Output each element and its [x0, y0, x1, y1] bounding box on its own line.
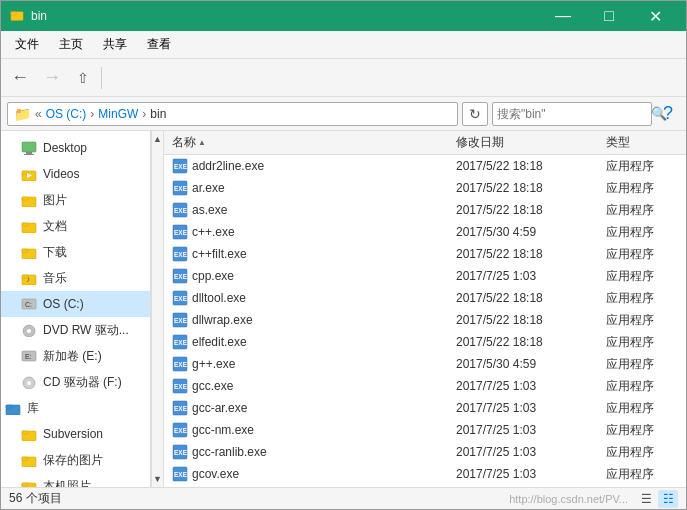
exe-icon: EXE [172, 334, 188, 350]
table-row[interactable]: EXEar.exe2017/5/22 18:18应用程序 [164, 177, 686, 199]
col-header-name[interactable]: 名称 ▲ [168, 134, 452, 151]
table-row[interactable]: EXEcpp.exe2017/7/25 1:03应用程序 [164, 265, 686, 287]
view-tiles-button[interactable]: ☷ [658, 490, 678, 508]
file-cell-date: 2017/5/22 18:18 [452, 291, 602, 305]
file-cell-type: 应用程序 [602, 312, 682, 329]
svg-text:EXE: EXE [174, 163, 188, 170]
cddrive-icon [21, 374, 37, 390]
sidebar-scroll-down[interactable]: ▼ [152, 471, 163, 487]
exe-icon: EXE [172, 290, 188, 306]
close-button[interactable]: ✕ [632, 1, 678, 31]
svg-text:EXE: EXE [174, 185, 188, 192]
breadcrumb[interactable]: 📁 « OS (C:) › MinGW › bin [7, 102, 458, 126]
sidebar-item-savedpics[interactable]: 保存的图片 [1, 447, 150, 473]
table-row[interactable]: EXEc++filt.exe2017/5/22 18:18应用程序 [164, 243, 686, 265]
svg-rect-28 [22, 431, 28, 434]
title-bar-icons [9, 8, 25, 24]
sidebar-item-cameraroll[interactable]: 本机照片 [1, 473, 150, 487]
sidebar-item-documents[interactable]: 文档 [1, 213, 150, 239]
up-button[interactable]: ⇧ [69, 63, 97, 93]
menu-view[interactable]: 查看 [137, 32, 181, 57]
sidebar-label-savedpics: 保存的图片 [43, 452, 103, 469]
file-cell-name: EXEcpp.exe [168, 268, 452, 284]
back-button[interactable]: ← [5, 63, 35, 93]
svg-text:EXE: EXE [174, 207, 188, 214]
sidebar-item-music[interactable]: ♪音乐 [1, 265, 150, 291]
table-row[interactable]: EXEg++.exe2017/5/30 4:59应用程序 [164, 353, 686, 375]
exe-icon: EXE [172, 312, 188, 328]
forward-button[interactable]: → [37, 63, 67, 93]
menu-file[interactable]: 文件 [5, 32, 49, 57]
sidebar: DesktopVideos图片文档下载♪音乐C:OS (C:)DVD RW 驱动… [1, 131, 151, 487]
sidebar-item-subversion[interactable]: Subversion [1, 421, 150, 447]
exe-icon: EXE [172, 224, 188, 240]
sidebar-scroll-up[interactable]: ▲ [152, 131, 163, 147]
breadcrumb-mingw[interactable]: MinGW [98, 107, 138, 121]
sidebar-item-osdrive[interactable]: C:OS (C:) [1, 291, 150, 317]
file-cell-type: 应用程序 [602, 202, 682, 219]
sidebar-item-library[interactable]: 库 [1, 395, 150, 421]
svg-rect-11 [22, 223, 28, 226]
exe-icon: EXE [172, 422, 188, 438]
sidebar-item-desktop[interactable]: Desktop [1, 135, 150, 161]
col-header-type[interactable]: 类型 [602, 134, 682, 151]
table-row[interactable]: EXEgcc-ranlib.exe2017/7/25 1:03应用程序 [164, 441, 686, 463]
svg-rect-13 [22, 249, 28, 252]
file-cell-name: EXEg++.exe [168, 356, 452, 372]
sidebar-scrollbar[interactable]: ▲ ▼ [151, 131, 163, 487]
sidebar-label-downloads: 下载 [43, 244, 67, 261]
table-row[interactable]: EXEgcc-nm.exe2017/7/25 1:03应用程序 [164, 419, 686, 441]
exe-icon: EXE [172, 466, 188, 482]
svg-text:EXE: EXE [174, 383, 188, 390]
table-row[interactable]: EXEelfedit.exe2017/5/22 18:18应用程序 [164, 331, 686, 353]
menu-share[interactable]: 共享 [93, 32, 137, 57]
table-row[interactable]: EXEc++.exe2017/5/30 4:59应用程序 [164, 221, 686, 243]
table-row[interactable]: EXEgcc-ar.exe2017/7/25 1:03应用程序 [164, 397, 686, 419]
minimize-button[interactable]: — [540, 1, 586, 31]
sidebar-label-pictures: 图片 [43, 192, 67, 209]
sidebar-item-videos[interactable]: Videos [1, 161, 150, 187]
sidebar-item-downloads[interactable]: 下载 [1, 239, 150, 265]
sidebar-item-dvdrw[interactable]: DVD RW 驱动... [1, 317, 150, 343]
menu-home[interactable]: 主页 [49, 32, 93, 57]
newvol-icon: E: [21, 348, 37, 364]
svg-text:♪: ♪ [26, 275, 30, 284]
search-input[interactable] [497, 107, 647, 121]
file-cell-date: 2017/5/22 18:18 [452, 247, 602, 261]
table-row[interactable]: EXEgcc.exe2017/7/25 1:03应用程序 [164, 375, 686, 397]
breadcrumb-osdrive[interactable]: OS (C:) [46, 107, 87, 121]
view-mode-buttons: ☰ ☷ [636, 490, 678, 508]
menu-bar: 文件 主页 共享 查看 [1, 31, 686, 59]
file-cell-date: 2017/5/30 4:59 [452, 225, 602, 239]
sidebar-item-pictures[interactable]: 图片 [1, 187, 150, 213]
cameraroll-icon [21, 478, 37, 487]
dvdrw-icon [21, 322, 37, 338]
help-button[interactable]: ? [656, 102, 680, 126]
table-row[interactable]: EXEas.exe2017/5/22 18:18应用程序 [164, 199, 686, 221]
file-cell-type: 应用程序 [602, 356, 682, 373]
toolbar-separator [101, 67, 102, 89]
subversion-icon [21, 426, 37, 442]
status-count: 56 个项目 [9, 490, 501, 507]
sidebar-label-library: 库 [27, 400, 39, 417]
exe-icon: EXE [172, 246, 188, 262]
table-row[interactable]: EXEdlltool.exe2017/5/22 18:18应用程序 [164, 287, 686, 309]
address-bar: 📁 « OS (C:) › MinGW › bin ↻ 🔍 ? [1, 97, 686, 131]
col-header-date[interactable]: 修改日期 [452, 134, 602, 151]
maximize-button[interactable]: □ [586, 1, 632, 31]
svg-text:EXE: EXE [174, 361, 188, 368]
search-box[interactable]: 🔍 [492, 102, 652, 126]
table-row[interactable]: EXEaddr2line.exe2017/5/22 18:18应用程序 [164, 155, 686, 177]
table-row[interactable]: EXEdllwrap.exe2017/5/22 18:18应用程序 [164, 309, 686, 331]
svg-rect-2 [22, 142, 36, 152]
sidebar-item-cddrive[interactable]: CD 驱动器 (F:) [1, 369, 150, 395]
sidebar-item-newvol[interactable]: E:新加卷 (E:) [1, 343, 150, 369]
svg-text:C:: C: [25, 301, 32, 308]
window-title: bin [31, 9, 540, 23]
refresh-button[interactable]: ↻ [462, 102, 488, 126]
view-details-button[interactable]: ☰ [636, 490, 656, 508]
table-row[interactable]: EXEgcov.exe2017/7/25 1:03应用程序 [164, 463, 686, 485]
svg-rect-1 [11, 12, 16, 16]
file-list-header: 名称 ▲ 修改日期 类型 [164, 131, 686, 155]
sidebar-label-cddrive: CD 驱动器 (F:) [43, 374, 122, 391]
